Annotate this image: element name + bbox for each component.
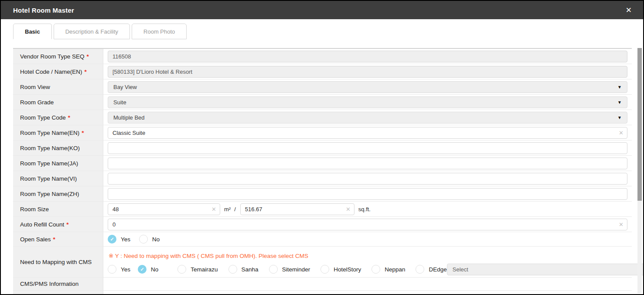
radio-unchecked-icon [139, 235, 148, 244]
room-type-name-vi-input[interactable] [108, 173, 627, 185]
field-label: Hotel Code / Name(EN)* [13, 64, 103, 79]
cms-note: ※ Y : Need to mapping with CMS ( CMS pul… [109, 252, 627, 259]
required-asterisk: * [87, 53, 89, 60]
clear-icon[interactable]: ✕ [619, 130, 624, 136]
field-label: OMH Room Type Code [13, 291, 103, 295]
unit-m2-label: m² [224, 206, 231, 213]
cms-siteminder-radio[interactable]: Siteminder [269, 265, 310, 274]
field-label: Room Type Name(ZH) [13, 186, 103, 201]
field-label: Room Type Name(KO) [13, 141, 103, 155]
row-need-mapping-cms: Need to Mapping with CMS ※ Y : Need to m… [13, 247, 632, 278]
row-room-type-name-vi: Room Type Name(VI) [13, 171, 632, 186]
radio-unchecked-icon [228, 265, 237, 274]
cms-select[interactable]: Select ▼ [447, 264, 644, 275]
hotel-code-name-input [108, 66, 627, 78]
auto-refill-count-input[interactable] [108, 219, 627, 230]
cms-yes-radio[interactable]: Yes [108, 265, 130, 274]
room-view-select[interactable]: Bay View ▼ [108, 81, 627, 93]
clear-icon[interactable]: ✕ [346, 206, 351, 212]
radio-checked-icon: ✓ [108, 235, 116, 244]
row-vendor-room-type-seq: Vendor Room Type SEQ* [13, 49, 632, 64]
row-auto-refill-count: Auto Refill Count* ✕ [13, 217, 632, 232]
room-size-m2-input[interactable] [108, 203, 220, 215]
row-cms-pms-information: CMS/PMS Information [13, 278, 632, 291]
vendor-room-type-seq-input [108, 51, 627, 62]
dialog-title: Hotel Room Master [13, 7, 74, 14]
chevron-down-icon: ▼ [617, 115, 622, 120]
field-label: Auto Refill Count* [13, 217, 103, 232]
close-icon[interactable]: ✕ [624, 5, 634, 16]
required-asterisk: * [82, 130, 84, 136]
chevron-down-icon: ▼ [617, 100, 622, 105]
row-hotel-code-name: Hotel Code / Name(EN)* [13, 64, 632, 79]
room-size-sqft-input[interactable] [240, 203, 354, 215]
radio-unchecked-icon [320, 265, 329, 274]
field-label: Room Type Name(VI) [13, 171, 103, 186]
radio-unchecked-icon [371, 265, 380, 274]
row-room-type-name-ko: Room Type Name(KO) [13, 141, 632, 156]
row-room-view: Room View Bay View ▼ [13, 79, 632, 95]
field-label: Room Type Code* [13, 110, 103, 125]
row-room-size: Room Size ✕ m² / ✕ sq.ft. [13, 202, 632, 217]
field-label: Room Size [13, 202, 103, 216]
field-label: Room View [13, 79, 103, 94]
size-separator: / [234, 206, 236, 213]
radio-unchecked-icon [177, 265, 186, 274]
field-label: Vendor Room Type SEQ* [13, 49, 103, 64]
basic-form: Vendor Room Type SEQ* Hotel Code / Name(… [13, 48, 632, 295]
row-room-type-name-zh: Room Type Name(ZH) [13, 186, 632, 202]
radio-unchecked-icon [269, 265, 278, 274]
open-sales-no-radio[interactable]: No [139, 235, 160, 244]
room-grade-select[interactable]: Suite ▼ [108, 96, 627, 108]
cms-sanha-radio[interactable]: Sanha [228, 265, 259, 274]
required-asterisk: * [68, 114, 70, 121]
open-sales-yes-radio[interactable]: ✓ Yes [108, 235, 130, 244]
cms-temairazu-radio[interactable]: Temairazu [177, 265, 218, 274]
room-type-code-select[interactable]: Multiple Bed ▼ [108, 112, 627, 123]
row-room-type-code: Room Type Code* Multiple Bed ▼ [13, 110, 632, 125]
room-type-name-en-input[interactable] [108, 127, 627, 139]
required-asterisk: * [66, 221, 68, 228]
field-label: CMS/PMS Information [13, 278, 103, 290]
required-asterisk: * [85, 69, 87, 75]
radio-unchecked-icon [416, 265, 424, 274]
row-open-sales: Open Sales* ✓ Yes No [13, 232, 632, 247]
field-label: Room Type Name(JA) [13, 156, 103, 171]
vertical-scrollbar-track[interactable] [637, 48, 642, 293]
field-label: Need to Mapping with CMS [13, 247, 103, 277]
tab-basic[interactable]: Basic [13, 24, 52, 39]
chevron-down-icon: ▼ [617, 85, 622, 89]
room-type-name-ko-input[interactable] [108, 142, 627, 154]
cms-hotelstory-radio[interactable]: HotelStory [320, 265, 361, 274]
tab-bar: Basic Description & Facility Room Photo [1, 19, 643, 39]
radio-checked-icon: ✓ [138, 265, 147, 274]
hotel-room-master-dialog: Hotel Room Master ✕ Basic Description & … [0, 0, 644, 295]
row-omh-room-type-code: OMH Room Type Code RTY00500 [13, 291, 632, 295]
row-room-type-name-ja: Room Type Name(JA) [13, 156, 632, 171]
required-asterisk: * [53, 236, 55, 243]
unit-sqft-label: sq.ft. [358, 206, 371, 213]
omh-room-type-code-value: RTY00500 [108, 293, 135, 295]
vertical-scrollbar-thumb[interactable] [637, 48, 642, 201]
cms-dedge-radio[interactable]: DEdge [416, 265, 446, 274]
cms-no-radio[interactable]: ✓ No [138, 265, 158, 274]
tab-description-facility[interactable]: Description & Facility [54, 24, 130, 39]
clear-icon[interactable]: ✕ [619, 222, 624, 227]
tab-room-photo[interactable]: Room Photo [132, 24, 187, 39]
radio-unchecked-icon [108, 265, 116, 274]
field-label: Room Grade [13, 95, 103, 110]
field-label: Open Sales* [13, 232, 103, 246]
row-room-grade: Room Grade Suite ▼ [13, 95, 632, 110]
cms-neppan-radio[interactable]: Neppan [371, 265, 405, 274]
room-type-name-zh-input[interactable] [108, 188, 627, 200]
row-room-type-name-en: Room Type Name(EN)* ✕ [13, 125, 632, 141]
field-label: Room Type Name(EN)* [13, 125, 103, 140]
clear-icon[interactable]: ✕ [211, 206, 216, 212]
room-type-name-ja-input[interactable] [108, 158, 627, 169]
dialog-titlebar: Hotel Room Master ✕ [1, 1, 643, 19]
